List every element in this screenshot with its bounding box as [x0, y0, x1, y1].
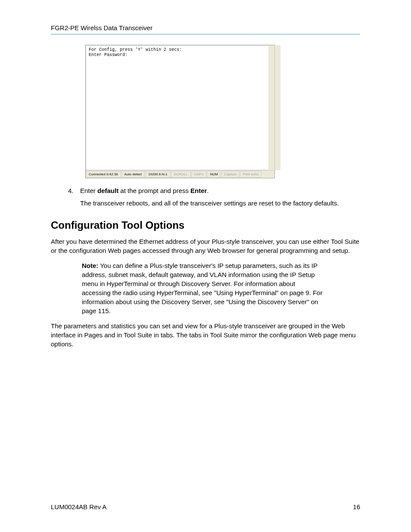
step-bold-enter: Enter [190, 187, 207, 194]
terminal-status-bar: Connected 0:42:38 Auto detect 19200 8-N-… [86, 170, 274, 178]
page-header-title: FGR2-PE Wirelss Data Transceiver [51, 23, 360, 32]
paragraph-2: The parameters and statistics you can se… [51, 321, 360, 348]
step-text-before: Enter [80, 187, 97, 194]
terminal-line-1: For Config, press 'Y' within 2 secs: [89, 47, 266, 53]
section-title: Configuration Tool Options [51, 218, 360, 233]
status-scroll: SCROLL [171, 171, 191, 177]
footer-page-number: 16 [353, 502, 360, 511]
document-page: FGR2-PE Wirelss Data Transceiver For Con… [0, 0, 411, 532]
note-block: Note: You can define a Plus-style transc… [82, 261, 325, 315]
step-text-mid: at the prompt and press [118, 187, 190, 194]
terminal-scrollbar [274, 45, 280, 170]
terminal-body-wrap: For Config, press 'Y' within 2 secs: Ent… [86, 45, 268, 170]
terminal-line-2: Enter Password: [89, 53, 266, 58]
step-bold-default: default [97, 187, 118, 194]
step-number: 4. [68, 186, 74, 195]
status-capture: Capture [221, 171, 240, 177]
page-footer: LUM0024AB Rev A 16 [51, 502, 360, 511]
terminal-body: For Config, press 'Y' within 2 secs: Ent… [86, 45, 268, 170]
status-baud: 19200 8-N-1 [145, 171, 170, 177]
step-4: 4. Enter default at the prompt and press… [68, 186, 360, 195]
status-connected: Connected 0:42:38 [86, 171, 121, 177]
step-sub-text: The transceiver reboots, and all of the … [80, 199, 360, 208]
status-num: NUM [207, 171, 221, 177]
step-text-after: . [207, 187, 209, 194]
header-rule [51, 34, 360, 34]
terminal-screenshot: For Config, press 'Y' within 2 secs: Ent… [85, 45, 275, 178]
note-label: Note: [82, 262, 98, 269]
step-text: Enter default at the prompt and press En… [80, 187, 209, 194]
paragraph-1: After you have determined the Ethernet a… [51, 237, 360, 255]
status-autodetect: Auto detect [121, 171, 145, 177]
note-text: You can define a Plus-style transceiver'… [82, 262, 322, 314]
footer-doc-id: LUM0024AB Rev A [51, 502, 106, 511]
status-printecho: Print echo [240, 171, 262, 177]
status-caps: CAPS [191, 171, 207, 177]
terminal-wrap: For Config, press 'Y' within 2 secs: Ent… [86, 45, 274, 170]
